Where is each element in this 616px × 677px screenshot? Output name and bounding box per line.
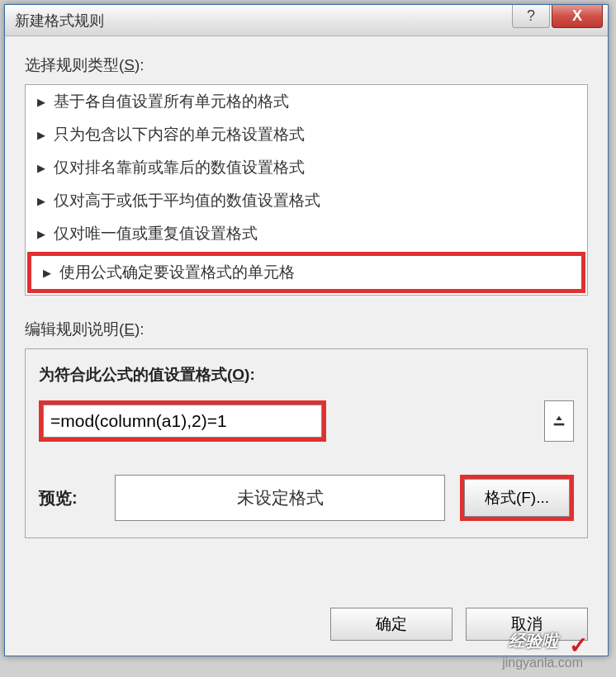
svg-rect-0 [554,424,565,426]
arrow-icon: ▶ [37,96,45,108]
titlebar: 新建格式规则 ? X [5,5,608,36]
cancel-button[interactable]: 取消 [466,608,588,641]
rule-item-label: 使用公式确定要设置格式的单元格 [59,262,295,283]
format-button[interactable]: 格式(F)... [464,479,570,517]
rule-item-rank[interactable]: ▶ 仅对排名靠前或靠后的数值设置格式 [26,151,587,184]
new-format-rule-dialog: 新建格式规则 ? X 选择规则类型(S): ▶ 基于各自值设置所有单元格的格式 … [4,4,609,656]
rule-item-cell-value[interactable]: ▶ 基于各自值设置所有单元格的格式 [26,85,587,118]
preview-text: 未设定格式 [237,486,324,509]
help-button[interactable]: ? [512,5,550,28]
rule-type-list[interactable]: ▶ 基于各自值设置所有单元格的格式 ▶ 只为包含以下内容的单元格设置格式 ▶ 仅… [25,84,588,296]
edit-rule-box: 为符合此公式的值设置格式(O): 预览: [25,348,588,538]
rule-item-label: 基于各自值设置所有单元格的格式 [54,91,289,112]
rule-item-label: 只为包含以下内容的单元格设置格式 [54,124,305,145]
rule-item-average[interactable]: ▶ 仅对高于或低于平均值的数值设置格式 [26,184,587,217]
collapse-icon [552,414,566,428]
dialog-content: 选择规则类型(S): ▶ 基于各自值设置所有单元格的格式 ▶ 只为包含以下内容的… [5,36,608,556]
rule-item-formula[interactable]: ▶ 使用公式确定要设置格式的单元格 [27,252,585,293]
arrow-icon: ▶ [37,162,45,174]
format-button-highlight: 格式(F)... [460,475,574,521]
close-icon: X [572,7,582,25]
format-values-label: 为符合此公式的值设置格式(O): [39,364,574,386]
rule-item-label: 仅对唯一值或重复值设置格式 [54,223,258,244]
watermark-url: jingyanla.com [502,656,583,670]
rule-item-contains[interactable]: ▶ 只为包含以下内容的单元格设置格式 [26,118,587,151]
formula-row [39,400,574,442]
arrow-icon: ▶ [43,267,51,279]
close-button[interactable]: X [552,5,603,28]
dialog-title: 新建格式规则 [15,11,512,31]
help-icon: ? [527,7,535,25]
preview-label: 预览: [39,487,100,509]
arrow-icon: ▶ [37,195,45,207]
formula-input[interactable] [43,405,322,438]
rule-item-label: 仅对高于或低于平均值的数值设置格式 [54,190,320,211]
edit-rule-section: 编辑规则说明(E): 为符合此公式的值设置格式(O): [25,319,588,538]
arrow-icon: ▶ [37,129,45,141]
arrow-icon: ▶ [37,228,45,240]
edit-rule-label: 编辑规则说明(E): [25,319,588,340]
collapse-dialog-button[interactable] [544,400,574,442]
dialog-footer: 确定 取消 [330,608,588,641]
preview-box: 未设定格式 [115,475,445,521]
rule-item-unique[interactable]: ▶ 仅对唯一值或重复值设置格式 [26,217,587,250]
preview-row: 预览: 未设定格式 格式(F)... [39,475,574,521]
rule-type-label: 选择规则类型(S): [25,54,588,76]
rule-item-label: 仅对排名靠前或靠后的数值设置格式 [54,157,305,178]
formula-highlight [39,400,326,442]
titlebar-buttons: ? X [512,5,608,36]
ok-button[interactable]: 确定 [330,608,453,641]
